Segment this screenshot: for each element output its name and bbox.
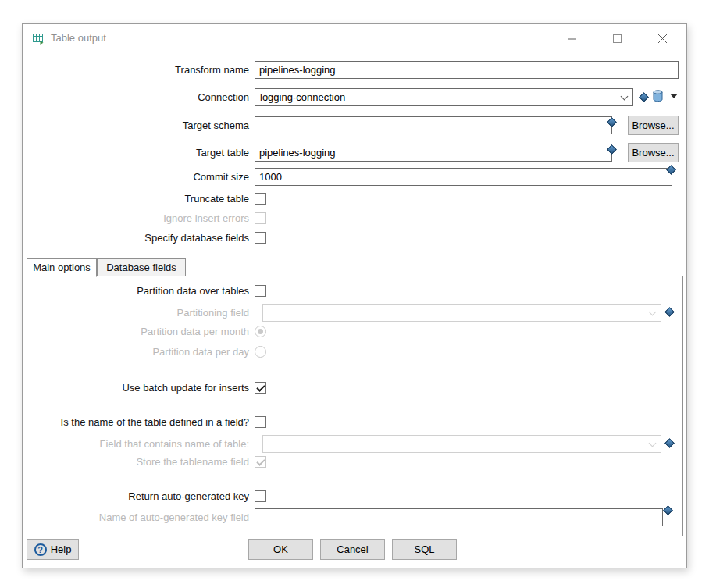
auto-key-field-input[interactable] <box>255 508 663 526</box>
close-button[interactable] <box>649 24 675 52</box>
commit-size-label: Commit size <box>23 168 249 186</box>
connection-label: Connection <box>23 88 249 106</box>
connection-combo[interactable]: logging-connection <box>255 88 633 106</box>
help-button-label: Help <box>51 543 72 555</box>
transform-name-input[interactable] <box>255 61 679 79</box>
partition-over-tables-checkbox[interactable] <box>255 285 266 297</box>
commit-size-input[interactable] <box>255 168 672 186</box>
sql-button[interactable]: SQL <box>392 539 457 560</box>
return-auto-key-label: Return auto-generated key <box>23 490 249 503</box>
specify-database-fields-label: Specify database fields <box>23 232 249 244</box>
variable-icon <box>639 92 649 102</box>
chevron-down-icon <box>645 305 661 321</box>
browse-table-button[interactable]: Browse... <box>628 143 679 162</box>
store-tablename-checkbox <box>255 456 266 468</box>
target-schema-label: Target schema <box>23 116 249 134</box>
auto-key-field-label: Name of auto-generated key field <box>23 508 249 526</box>
tab-database-fields[interactable]: Database fields <box>97 258 186 276</box>
maximize-button[interactable] <box>604 24 630 52</box>
target-schema-input[interactable] <box>255 116 612 134</box>
partition-per-month-label: Partition data per month <box>23 326 249 338</box>
table-name-in-field-checkbox[interactable] <box>255 416 266 428</box>
browse-schema-button[interactable]: Browse... <box>628 116 679 135</box>
cancel-button[interactable]: Cancel <box>320 539 385 560</box>
connection-menu-icon[interactable] <box>670 94 678 98</box>
chevron-down-icon <box>645 436 661 452</box>
store-tablename-label: Store the tablename field <box>23 456 249 469</box>
partitioning-field-combo <box>262 304 661 322</box>
specify-database-fields-checkbox[interactable] <box>255 232 266 244</box>
connection-value: logging-connection <box>260 89 345 105</box>
titlebar[interactable]: Table output <box>23 24 686 52</box>
tab-main-options[interactable]: Main options <box>27 258 97 277</box>
partition-per-day-radio <box>255 346 266 358</box>
help-icon: ? <box>34 543 47 556</box>
tablename-field-label: Field that contains name of table: <box>23 435 249 453</box>
tablename-field-combo <box>262 435 661 453</box>
transform-name-label: Transform name <box>23 61 249 79</box>
batch-update-checkbox[interactable] <box>255 382 266 394</box>
database-icon[interactable] <box>653 90 663 105</box>
batch-update-label: Use batch update for inserts <box>23 382 249 394</box>
target-table-input[interactable] <box>255 144 612 162</box>
ignore-insert-errors-label: Ignore insert errors <box>23 212 249 225</box>
ok-button[interactable]: OK <box>248 539 313 560</box>
partitioning-field-label: Partitioning field <box>23 304 249 322</box>
partition-per-day-label: Partition data per day <box>23 346 249 358</box>
window-title: Table output <box>51 24 106 52</box>
return-auto-key-checkbox[interactable] <box>255 490 266 502</box>
truncate-table-label: Truncate table <box>23 193 249 205</box>
chevron-down-icon[interactable] <box>617 89 632 105</box>
partition-per-month-radio <box>255 326 266 337</box>
minimize-button[interactable] <box>558 24 585 52</box>
table-output-icon <box>32 32 45 45</box>
table-name-in-field-label: Is the name of the table defined in a fi… <box>23 416 249 429</box>
partition-over-tables-label: Partition data over tables <box>23 285 249 298</box>
table-output-dialog: Table output Transform name Connection l… <box>22 23 687 568</box>
target-table-label: Target table <box>23 144 249 162</box>
truncate-table-checkbox[interactable] <box>255 193 266 205</box>
help-button[interactable]: ? Help <box>27 539 79 560</box>
ignore-insert-errors-checkbox <box>255 212 266 224</box>
